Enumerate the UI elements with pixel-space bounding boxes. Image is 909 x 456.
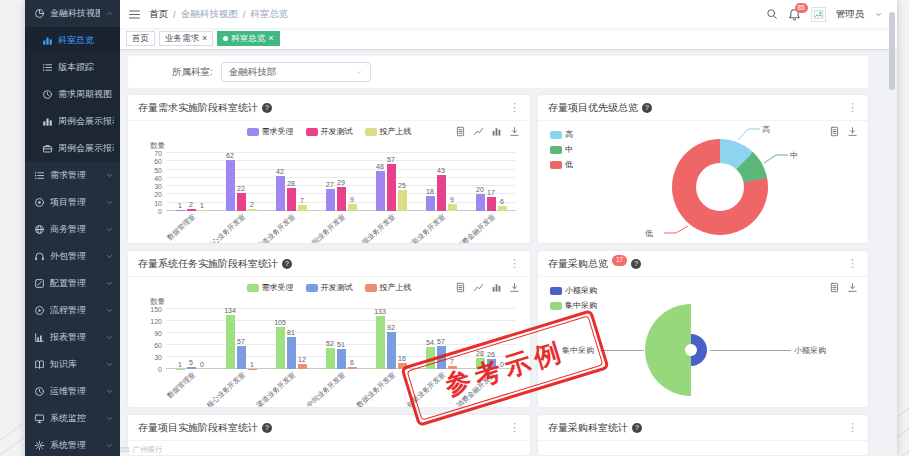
legend-item[interactable]: 投产上线	[365, 282, 412, 293]
sidebar-item[interactable]: 商务管理	[25, 216, 120, 243]
sidebar-item[interactable]: 周例会展示报表-采购	[25, 135, 120, 162]
legend-item[interactable]: 小额采购	[550, 285, 597, 296]
sidebar-item[interactable]: 报表管理	[25, 324, 120, 351]
more-icon[interactable]: ⋮	[509, 257, 520, 270]
help-icon[interactable]: ?	[262, 103, 272, 113]
legend-item[interactable]: 需求受理	[247, 126, 294, 137]
download-icon[interactable]	[847, 282, 858, 293]
help-icon[interactable]: ?	[262, 423, 272, 433]
tab-active[interactable]: 科室总览×	[217, 31, 279, 46]
close-icon[interactable]: ×	[268, 34, 273, 43]
breadcrumb-section[interactable]: 金融科技视图	[181, 8, 238, 21]
sidebar-item[interactable]: 项目管理	[25, 189, 120, 216]
more-icon[interactable]: ⋮	[847, 421, 858, 434]
more-icon[interactable]: ⋮	[509, 421, 520, 434]
rose-center	[685, 344, 697, 356]
y-tick-label: 60	[154, 342, 162, 349]
bar-toggle-icon[interactable]	[491, 126, 502, 137]
sidebar-item[interactable]: 流程管理	[25, 297, 120, 324]
sidebar-item[interactable]: 需求周期视图	[25, 81, 120, 108]
close-icon[interactable]: ×	[202, 34, 207, 43]
data-view-icon[interactable]	[829, 126, 840, 137]
bar: 17	[487, 197, 496, 211]
more-icon[interactable]: ⋮	[509, 101, 520, 114]
breadcrumb-current: 科室总览	[250, 8, 288, 21]
bar: 48	[376, 171, 385, 211]
bar-value-label: 18	[426, 188, 434, 195]
bar-value-label: 105	[274, 319, 286, 326]
user-menu[interactable]: 管理员	[836, 8, 865, 21]
legend-item[interactable]: 开发测试	[306, 126, 353, 137]
legend-item[interactable]: 投产上线	[365, 126, 412, 137]
help-icon[interactable]: ?	[282, 259, 292, 269]
sidebar-item[interactable]: 系统管理	[25, 432, 120, 456]
data-view-icon[interactable]	[829, 282, 840, 293]
help-icon[interactable]: ?	[632, 423, 642, 433]
sidebar-item-label: 报表管理	[50, 331, 100, 344]
legend-item[interactable]: 需求受理	[247, 282, 294, 293]
legend-item[interactable]: 集中采购	[550, 300, 597, 311]
line-toggle-icon[interactable]	[473, 282, 484, 293]
data-view-icon[interactable]	[455, 126, 466, 137]
bar-toggle-icon[interactable]	[491, 282, 502, 293]
bar: 105	[276, 327, 285, 369]
search-icon[interactable]	[766, 8, 778, 20]
chevron-down-icon	[354, 68, 363, 77]
notifications-button[interactable]: 85	[788, 8, 801, 21]
tab-item[interactable]: 业务需求×	[159, 31, 213, 46]
breadcrumb-home[interactable]: 首页	[149, 8, 168, 21]
bar-group: 52516	[316, 309, 366, 369]
tab-label: 科室总览	[231, 33, 265, 45]
data-view-icon[interactable]	[455, 282, 466, 293]
bar-value-label: 81	[287, 329, 295, 336]
more-icon[interactable]: ⋮	[847, 101, 858, 114]
bar-group: 27299	[316, 153, 366, 211]
avatar[interactable]	[811, 7, 826, 22]
department-select[interactable]: 金融科技部	[221, 62, 371, 82]
legend-item[interactable]: 低	[550, 159, 573, 170]
legend-item[interactable]: 高	[550, 129, 573, 140]
sidebar-item[interactable]: 周例会展示报表-项目	[25, 108, 120, 135]
plot-area: 0102030405060701216222242287272994857251…	[166, 153, 516, 211]
legend-label: 开发测试	[321, 282, 353, 293]
chevron-down-icon	[105, 414, 114, 423]
sidebar-item[interactable]: 知识库	[25, 351, 120, 378]
edit-icon	[34, 278, 45, 289]
tab-item[interactable]: 首页	[126, 31, 155, 46]
bar: 9	[448, 204, 457, 211]
legend-item[interactable]: 中	[550, 144, 573, 155]
sidebar-item[interactable]: 系统监控	[25, 405, 120, 432]
select-value: 金融科技部	[229, 66, 277, 79]
demand-stage-chart: 需求受理开发测试投产上线数量01020304050607012162222422…	[128, 121, 530, 243]
x-tick: 中间业务开发室	[316, 369, 366, 399]
y-tick-label: 120	[150, 318, 162, 325]
bar-value-label: 6	[500, 198, 504, 205]
sidebar-item[interactable]: 科室总览	[25, 27, 120, 54]
bar: 57	[387, 164, 396, 211]
help-icon[interactable]: ?	[631, 259, 641, 269]
more-icon[interactable]: ⋮	[847, 257, 858, 270]
legend-label: 需求受理	[262, 126, 294, 137]
scrollbar-thumb[interactable]	[889, 12, 895, 90]
sidebar-item[interactable]: 运维管理	[25, 378, 120, 405]
bar-value-label: 134	[224, 307, 236, 314]
help-icon[interactable]: ?	[642, 103, 652, 113]
sidebar-item[interactable]: 金融科技视图	[25, 0, 120, 27]
bar-value-label: 1	[178, 361, 182, 368]
sidebar-item[interactable]: 配置管理	[25, 270, 120, 297]
download-icon[interactable]	[509, 126, 520, 137]
bar-value-label: 29	[337, 179, 345, 186]
line-toggle-icon[interactable]	[473, 126, 484, 137]
download-icon[interactable]	[509, 282, 520, 293]
download-icon[interactable]	[847, 126, 858, 137]
sidebar: 金融科技视图科室总览版本跟踪需求周期视图周例会展示报表-项目周例会展示报表-采购…	[25, 0, 120, 456]
sidebar-item[interactable]: 需求管理	[25, 162, 120, 189]
legend-item[interactable]: 开发测试	[306, 282, 353, 293]
card-title: 存量系统任务实施阶段科室统计	[138, 257, 278, 271]
legend-label: 需求受理	[262, 282, 294, 293]
sidebar-item[interactable]: 外包管理	[25, 243, 120, 270]
bar: 52	[326, 348, 335, 369]
bar: 42	[276, 176, 285, 211]
sidebar-collapse-button[interactable]	[128, 8, 141, 21]
sidebar-item[interactable]: 版本跟踪	[25, 54, 120, 81]
